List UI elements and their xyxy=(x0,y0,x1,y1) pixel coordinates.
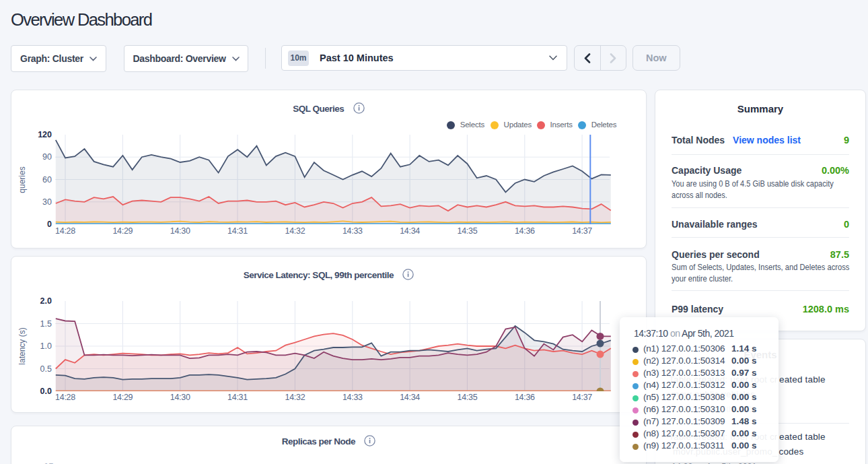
svg-text:14:32: 14:32 xyxy=(285,226,305,236)
svg-text:2.0: 2.0 xyxy=(40,296,52,306)
svg-text:0.5: 0.5 xyxy=(40,364,52,374)
svg-text:14:31: 14:31 xyxy=(227,393,248,402)
svg-text:0.0: 0.0 xyxy=(40,387,52,396)
svg-text:0: 0 xyxy=(47,220,52,229)
svg-text:1.0: 1.0 xyxy=(40,341,52,351)
svg-text:latency (s): latency (s) xyxy=(17,327,27,364)
svg-text:14:31: 14:31 xyxy=(227,226,248,236)
svg-text:14:28: 14:28 xyxy=(55,226,75,236)
svg-text:1.5: 1.5 xyxy=(40,319,52,329)
svg-text:14:34: 14:34 xyxy=(400,393,420,402)
svg-text:14:35: 14:35 xyxy=(458,226,478,236)
svg-text:90: 90 xyxy=(42,152,52,162)
svg-text:14:36: 14:36 xyxy=(515,226,535,236)
svg-text:14:35: 14:35 xyxy=(458,393,478,402)
svg-text:30: 30 xyxy=(42,197,52,207)
svg-text:14:37: 14:37 xyxy=(572,226,592,236)
svg-text:14:30: 14:30 xyxy=(170,226,190,236)
svg-text:14:32: 14:32 xyxy=(285,393,305,402)
svg-text:120: 120 xyxy=(38,130,52,139)
svg-text:14:37: 14:37 xyxy=(572,393,592,402)
svg-text:60: 60 xyxy=(42,175,52,185)
svg-text:14:29: 14:29 xyxy=(112,226,133,236)
svg-text:14:33: 14:33 xyxy=(342,393,363,402)
svg-text:14:36: 14:36 xyxy=(515,393,535,402)
svg-text:14:28: 14:28 xyxy=(55,393,75,402)
svg-text:14:34: 14:34 xyxy=(400,226,420,236)
svg-text:14:30: 14:30 xyxy=(170,393,190,402)
svg-text:14:29: 14:29 xyxy=(112,393,133,402)
svg-text:queries: queries xyxy=(17,166,27,193)
svg-text:14:33: 14:33 xyxy=(342,226,363,236)
